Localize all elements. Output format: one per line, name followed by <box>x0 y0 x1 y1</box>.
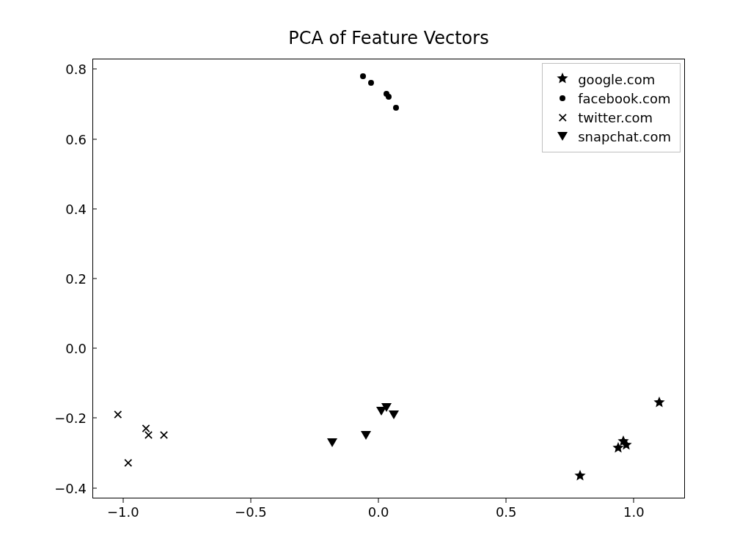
data-point-circle <box>386 94 392 100</box>
legend-item: facebook.com <box>550 89 671 108</box>
legend: google.comfacebook.com✕twitter.comsnapch… <box>542 63 681 152</box>
legend-label: facebook.com <box>575 91 670 106</box>
legend-item: google.com <box>550 70 671 89</box>
y-tick-mark <box>92 418 97 419</box>
x-tick-mark <box>506 498 507 503</box>
triangle_down-icon <box>550 132 575 141</box>
x-tick-label: −1.0 <box>107 504 139 520</box>
legend-label: snapchat.com <box>575 129 671 144</box>
y-tick-label: −0.2 <box>43 410 87 426</box>
y-tick-label: 0.8 <box>43 62 87 77</box>
x-tick-mark <box>634 498 634 503</box>
data-point-triangle_down <box>361 431 371 440</box>
x-tick-mark <box>250 498 251 503</box>
legend-item: snapchat.com <box>550 127 671 146</box>
data-point-star <box>620 439 632 454</box>
data-point-triangle_down <box>389 410 399 419</box>
data-point-x: ✕ <box>122 457 133 471</box>
chart-title: PCA of Feature Vectors <box>92 28 685 48</box>
circle-icon <box>550 95 575 101</box>
data-point-star <box>574 470 586 485</box>
data-point-x: ✕ <box>112 408 123 421</box>
x-icon: ✕ <box>550 110 575 125</box>
data-point-circle <box>368 80 374 86</box>
y-tick-mark <box>92 69 97 70</box>
x-tick-label: 0.5 <box>496 504 517 520</box>
data-point-star <box>653 397 665 411</box>
legend-item: ✕twitter.com <box>550 108 671 127</box>
x-tick-mark <box>378 498 379 503</box>
y-tick-mark <box>92 348 97 349</box>
y-tick-label: 0.4 <box>43 201 87 216</box>
x-tick-mark <box>122 498 123 503</box>
data-point-triangle_down <box>327 438 337 447</box>
y-tick-mark <box>92 139 97 139</box>
data-point-x: ✕ <box>158 429 169 443</box>
y-tick-mark <box>92 487 97 488</box>
y-tick-mark <box>92 208 97 209</box>
data-point-circle <box>360 73 366 79</box>
data-point-x: ✕ <box>143 429 154 443</box>
legend-label: twitter.com <box>575 110 653 125</box>
x-tick-label: 0.0 <box>368 504 389 520</box>
y-tick-label: −0.4 <box>43 480 87 495</box>
star-icon <box>550 72 575 87</box>
y-tick-label: 0.2 <box>43 271 87 287</box>
x-tick-label: 1.0 <box>623 504 645 520</box>
y-tick-mark <box>92 279 97 279</box>
x-tick-label: −0.5 <box>235 504 267 520</box>
y-tick-label: 0.6 <box>43 131 87 147</box>
figure: PCA of Feature Vectors −0.4−0.20.00.20.4… <box>0 0 748 560</box>
legend-label: google.com <box>575 72 655 87</box>
y-tick-label: 0.0 <box>43 341 87 356</box>
data-point-circle <box>393 105 399 111</box>
